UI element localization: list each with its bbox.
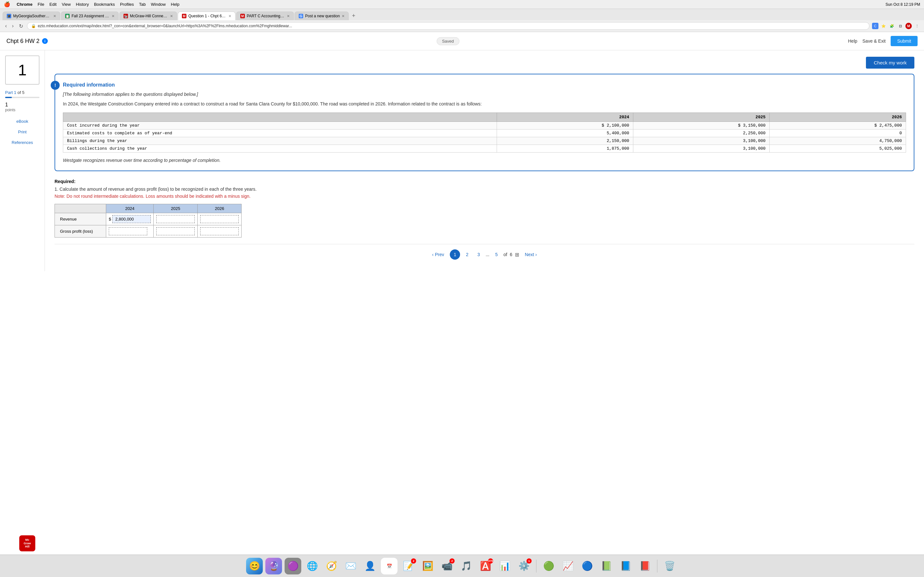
page-2-button[interactable]: 2 (463, 250, 472, 259)
menubar-history[interactable]: History (76, 2, 89, 7)
sidebar-links: eBook Print References (5, 117, 39, 147)
answer-row-gross-profit: Gross profit (loss) (55, 226, 242, 237)
points-label: points (5, 108, 39, 112)
tab-close-partc[interactable]: ✕ (287, 14, 290, 18)
dock-system-prefs[interactable]: ⚙️ 1 (515, 558, 532, 574)
dock-spotify[interactable]: 🟢 (540, 558, 557, 574)
dock-chrome[interactable]: 🌐 (304, 558, 320, 574)
tab-partc[interactable]: M PART C Accounting for... ✕ (236, 11, 294, 20)
menubar-window[interactable]: Window (151, 2, 166, 7)
dock-zoom[interactable]: 🔵 (579, 558, 596, 574)
menubar-edit[interactable]: Edit (49, 2, 57, 7)
ext-icon-2[interactable]: ⭐ (880, 23, 887, 29)
address-bar[interactable]: 🔒 ezto.mheducation.com/ext/map/index.htm… (27, 22, 869, 30)
dock-finder[interactable]: 😊 (246, 558, 263, 574)
refresh-button[interactable]: ↻ (18, 23, 24, 30)
sidebar: 1 Part 1 of 5 1 points eBook Print Refer… (0, 50, 45, 271)
menubar: 🍎 Chrome File Edit View History Bookmark… (0, 0, 924, 9)
ext-icon-4[interactable]: ⊡ (897, 23, 903, 29)
profile-icon[interactable]: M (905, 23, 912, 29)
menubar-tab[interactable]: Tab (139, 2, 145, 7)
next-button[interactable]: Next › (522, 250, 540, 259)
dock-siri[interactable]: 🔮 (265, 558, 282, 574)
data-table-header-2024: 2024 (497, 113, 633, 122)
page-3-button[interactable]: 3 (474, 250, 483, 259)
gross-profit-2026-input[interactable] (200, 227, 239, 235)
app-info-icon[interactable]: i (42, 38, 48, 44)
grid-icon[interactable]: ⊞ (515, 251, 519, 258)
data-table-header-2025: 2025 (633, 113, 770, 122)
dock-activity[interactable]: 📊 (496, 558, 513, 574)
revenue-2026-input[interactable] (200, 215, 239, 223)
page-of-text: of (503, 252, 507, 257)
tab-close-mygeorgia[interactable]: ✕ (53, 14, 56, 18)
page-5-button[interactable]: 5 (492, 250, 501, 259)
dock-mail[interactable]: ✉️ (342, 558, 359, 574)
back-button[interactable]: ‹ (4, 23, 8, 29)
required-info-text: In 2024, the Westgate Construction Compa… (63, 101, 906, 107)
dock-facetime[interactable]: 📹 2 (439, 558, 455, 574)
table-row: Cash collections during the year 1,875,0… (63, 145, 906, 153)
revenue-2024-input[interactable] (112, 215, 151, 223)
dock-appstore[interactable]: 🅰️ 379 (477, 558, 494, 574)
required-info-box: ! Required information [The following in… (55, 74, 914, 171)
new-tab-button[interactable]: + (349, 13, 358, 19)
check-work-container: Check my work (55, 57, 914, 69)
menubar-chrome[interactable]: Chrome (17, 2, 32, 7)
forward-button[interactable]: › (11, 23, 15, 29)
dock-contacts[interactable]: 👤 (362, 558, 378, 574)
dock-safari[interactable]: 🧭 (323, 558, 340, 574)
dock-powerpoint[interactable]: 📕 (636, 558, 653, 574)
tab-close-post[interactable]: ✕ (342, 14, 344, 18)
dock-appstore-badge: 379 (488, 558, 493, 564)
dock-excel[interactable]: 📗 (598, 558, 615, 574)
sidebar-ebook-link[interactable]: eBook (5, 117, 39, 125)
header-actions: Help Save & Exit Submit (848, 36, 918, 46)
gross-profit-2025-input[interactable] (156, 227, 195, 235)
dock-word[interactable]: 📘 (617, 558, 634, 574)
save-exit-link[interactable]: Save & Exit (863, 39, 885, 44)
ext-icon-3[interactable]: 🧩 (889, 23, 895, 29)
tab-close-mcgraw[interactable]: ✕ (170, 14, 173, 18)
dock-activity2[interactable]: 📈 (559, 558, 576, 574)
menubar-view[interactable]: View (61, 2, 71, 7)
dock-mail-icon: ✉️ (345, 561, 357, 571)
sidebar-references-link[interactable]: References (5, 139, 39, 147)
ext-icon-1[interactable]: C (872, 23, 879, 29)
tab-close-fall23[interactable]: ✕ (111, 14, 115, 18)
sidebar-print-link[interactable]: Print (5, 128, 39, 136)
dock-notes[interactable]: 📝 2 (400, 558, 417, 574)
dock-photos[interactable]: 🖼️ (419, 558, 436, 574)
menubar-help[interactable]: Help (171, 2, 180, 7)
prev-button[interactable]: ‹ Prev (429, 250, 447, 259)
menubar-bookmarks[interactable]: Bookmarks (94, 2, 115, 7)
tab-mygeorgia[interactable]: 🎓 MyGeorgiaSouthern - U... ✕ (3, 11, 60, 20)
tab-title-fall23: Fall 23 Assignment Trac... (71, 14, 110, 18)
answer-header-2025: 2025 (153, 204, 198, 213)
dock-trash-icon: 🗑️ (664, 561, 675, 571)
answer-header-label (55, 204, 106, 213)
check-my-work-button[interactable]: Check my work (866, 57, 914, 69)
data-table: 2024 2025 2026 Cost incurred during the … (63, 113, 906, 153)
tab-mcgraw[interactable]: 📚 McGraw-Hill Connect -... ✕ (120, 11, 177, 20)
tab-fall23[interactable]: 📋 Fall 23 Assignment Trac... ✕ (61, 11, 119, 20)
page-1-button[interactable]: 1 (450, 250, 460, 259)
menubar-profiles[interactable]: Profiles (120, 2, 134, 7)
gross-profit-2024-input[interactable] (109, 227, 147, 235)
revenue-2025-input[interactable] (156, 215, 195, 223)
submit-button[interactable]: Submit (891, 36, 918, 46)
tab-close-question1[interactable]: ✕ (228, 14, 231, 18)
dock-music[interactable]: 🎵 (458, 558, 475, 574)
table-cell-cost-label: Cost incurred during the year (63, 122, 497, 129)
page-total: 6 (510, 252, 512, 257)
dock-trash[interactable]: 🗑️ (661, 558, 678, 574)
tab-question1[interactable]: M Question 1 - Chpt 6 HW... ✕ (178, 11, 236, 20)
dock-launchpad[interactable]: 🟣 (284, 558, 301, 574)
help-link[interactable]: Help (848, 39, 857, 44)
more-menu-icon[interactable]: ⋮ (914, 23, 920, 29)
tab-post[interactable]: G Post a new question ✕ (294, 11, 349, 20)
apple-menu-icon[interactable]: 🍎 (4, 1, 10, 7)
menubar-file[interactable]: File (37, 2, 44, 7)
dock-calendar[interactable]: 📅 (381, 558, 397, 574)
menubar-time: Sun Oct 8 12:19 PM (885, 2, 920, 7)
